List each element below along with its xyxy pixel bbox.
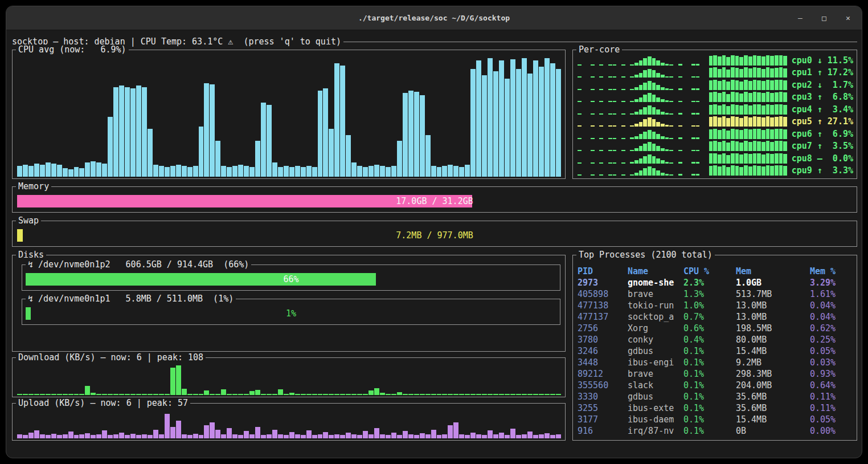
process-row[interactable]: 477137socktop_a0.7%13.0MB0.04% (578, 311, 853, 323)
core-history-bar (713, 116, 717, 127)
process-cpu: 0.1% (683, 357, 736, 368)
download-history-bar (199, 394, 204, 395)
process-name: gnome-she (628, 277, 683, 288)
close-button[interactable]: ✕ (844, 14, 853, 22)
upload-history-bar (255, 427, 260, 438)
cpu-history-bar (130, 88, 136, 177)
process-row[interactable]: 3246gdbus0.1%15.4MB0.05% (578, 345, 853, 357)
core-history-bar (621, 125, 625, 127)
core-history-bar (613, 138, 617, 139)
core-history-bar (709, 153, 713, 163)
core-history-bar (718, 117, 722, 127)
download-history-bar (318, 394, 323, 395)
process-row[interactable]: 3330gdbus0.1%35.6MB0.11% (578, 391, 853, 402)
core-history-bar (621, 113, 625, 115)
core-history-bar (578, 174, 582, 176)
upload-history-bar (284, 435, 289, 438)
process-name: gdbus (628, 345, 683, 357)
upload-history-bar (295, 434, 300, 438)
core-history-bar (621, 150, 625, 151)
core-history-bar (652, 70, 656, 78)
process-row[interactable]: 3780conky0.4%80.0MB0.25% (578, 334, 853, 345)
process-row[interactable]: 2756Xorg0.6%198.5MB0.62% (578, 323, 853, 334)
upload-history-bar (493, 434, 498, 438)
download-history-bar (17, 394, 22, 395)
upload-history-bar (351, 434, 357, 438)
core-history-bar (665, 137, 669, 139)
core-history-bar (753, 129, 757, 139)
upload-history-bar (232, 434, 238, 438)
core-history-bar (770, 80, 774, 90)
core-history-bar (748, 56, 752, 66)
process-row[interactable]: 3448ibus-engi0.1%9.2MB0.03% (578, 357, 853, 368)
process-row[interactable]: 89212brave0.1%298.3MB0.93% (578, 368, 853, 380)
cpu-history-bar (85, 162, 90, 177)
process-pid: 89212 (578, 368, 628, 380)
process-cpu: 0.1% (683, 368, 736, 380)
upload-history-bar (199, 435, 204, 438)
core-history-bar (718, 154, 722, 164)
download-history-bar (442, 394, 447, 395)
upload-history-bar (170, 427, 175, 438)
core-history-bar (639, 170, 643, 176)
core-row-cpu3: cpu3 ↑ 6.8% (578, 91, 853, 103)
core-history-bar (722, 153, 726, 164)
core-history-bar (591, 89, 595, 90)
process-row[interactable]: 477138tokio-run1.0%13.0MB0.04% (578, 300, 853, 311)
upload-history-bar (386, 435, 391, 438)
core-history-bar (648, 130, 652, 139)
core-history-bar (630, 101, 634, 102)
download-history-bar (493, 394, 498, 395)
core-history-bar (731, 141, 735, 151)
core-history-bar (722, 92, 726, 102)
download-history-bar (351, 394, 357, 395)
upload-history-bar (527, 432, 533, 438)
process-pid: 3246 (578, 345, 628, 357)
core-history-bar (599, 76, 603, 78)
process-row[interactable]: 916irq/87-nv0.1%0B0.00% (578, 425, 853, 437)
process-mem: 198.5MB (736, 323, 810, 334)
process-mem-percent: 0.04% (810, 300, 853, 311)
core-history-bar (661, 87, 665, 90)
core-history-bar (656, 73, 660, 78)
core-history-bar (630, 125, 634, 127)
minimize-button[interactable]: – (796, 14, 805, 22)
core-history-bar (578, 162, 582, 164)
upload-history-bar (204, 425, 209, 438)
process-row[interactable]: 3255ibus-exte0.1%35.6MB0.11% (578, 402, 853, 414)
cpu-avg-chart (17, 57, 560, 177)
core-history-bar (766, 116, 770, 127)
core-history-bar (748, 166, 752, 176)
core-history-bar (731, 67, 735, 78)
upload-history-bar (334, 434, 339, 438)
core-history-bar (661, 124, 665, 127)
upload-history-bar (125, 435, 130, 438)
core-history-bar (643, 119, 647, 127)
titlebar[interactable]: ./target/release/soc ~/D/G/socktop – □ ✕ (6, 6, 862, 30)
core-history-bar (648, 142, 652, 151)
download-history-bar (380, 393, 385, 395)
upload-history-bar (550, 435, 555, 438)
download-history-bar (465, 394, 470, 395)
process-row[interactable]: 355560slack0.1%204.0MB0.64% (578, 380, 853, 391)
cpu-history-bar (51, 164, 56, 177)
core-history-bar (770, 56, 774, 66)
process-cpu: 0.1% (683, 380, 736, 391)
core-history-bar (661, 173, 665, 176)
terminal-content: socktop — host: debian | CPU Temp: 63.1°… (6, 31, 862, 458)
cpu-history-bar (34, 164, 39, 177)
process-cpu: 0.1% (683, 425, 736, 437)
disk-nvme0n1p2-title: ↯ /dev/nvme0n1p2 606.5GB / 914.4GB (66%) (26, 259, 251, 270)
core-history-bar (639, 60, 643, 66)
process-row[interactable]: 405898brave1.3%513.7MB1.61% (578, 288, 853, 300)
cpu-history-bar (556, 69, 561, 177)
process-mem-percent: 0.05% (810, 345, 853, 357)
process-row[interactable]: 3177ibus-daem0.1%15.4MB0.05% (578, 414, 853, 425)
process-row[interactable]: 2973gnome-she2.3%1.0GB3.29% (578, 277, 853, 288)
core-history-bar (718, 142, 722, 151)
process-pid: 3177 (578, 414, 628, 425)
core-history-bar (591, 162, 595, 164)
maximize-button[interactable]: □ (820, 14, 829, 22)
core-history-bar (634, 136, 638, 139)
core-history-bar (761, 130, 765, 139)
